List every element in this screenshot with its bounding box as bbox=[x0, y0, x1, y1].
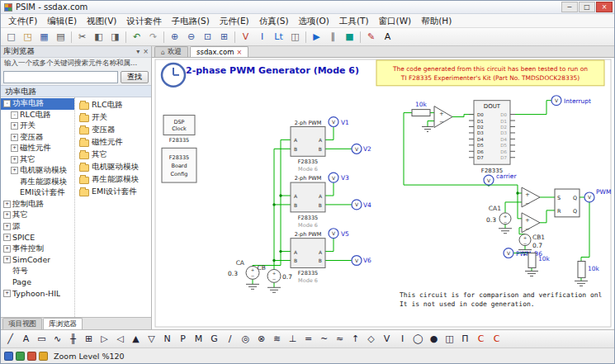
label-tool-icon[interactable]: A bbox=[18, 332, 34, 347]
library-folder-item[interactable]: 开关 bbox=[79, 111, 151, 124]
igbt-icon[interactable]: G bbox=[206, 332, 222, 347]
redo-icon[interactable]: ↷ bbox=[145, 30, 161, 44]
resistor-r3[interactable]: 10k bbox=[578, 262, 600, 278]
library-tree-item[interactable]: EMI设计套件 bbox=[1, 187, 74, 199]
simview-window-icon[interactable] bbox=[16, 352, 25, 361]
tab-close-icon[interactable]: × bbox=[236, 49, 242, 56]
ammeter-icon[interactable]: ● bbox=[426, 332, 442, 347]
schematic-canvas[interactable]: 2-phase PWM Generator (Mode 6) The code … bbox=[152, 58, 614, 329]
tree-expander-icon[interactable]: - bbox=[3, 100, 11, 107]
controlled-source-icon[interactable]: ◇ bbox=[363, 332, 379, 347]
menu-item[interactable]: 仿真(S) bbox=[254, 14, 294, 27]
library-tree-item[interactable]: + 电机驱动模块 bbox=[1, 165, 74, 177]
schematic-title[interactable]: 2-phase PWM Generator (Mode 6) bbox=[186, 65, 359, 76]
schematic-svg[interactable]: 2-phase PWM Generator (Mode 6) The code … bbox=[152, 58, 614, 329]
menu-item[interactable]: 子电路(S) bbox=[166, 14, 214, 27]
toolbar-separator[interactable] bbox=[234, 31, 235, 43]
stop-simulation-icon[interactable]: ■ bbox=[342, 30, 357, 44]
thyristor-icon[interactable]: ▲ bbox=[128, 332, 144, 347]
resistor-icon[interactable]: ▭ bbox=[34, 332, 50, 347]
ac-source-icon[interactable]: ~ bbox=[316, 332, 332, 347]
toolbar-separator[interactable] bbox=[305, 31, 306, 43]
script-window-icon[interactable] bbox=[39, 352, 48, 361]
note-box[interactable]: The code generated from this circuit has… bbox=[376, 60, 604, 86]
menu-item[interactable]: 窗口(W) bbox=[374, 14, 417, 27]
menu-item[interactable]: 设计套件 bbox=[121, 14, 166, 27]
library-category-header[interactable]: 功率电路 bbox=[1, 85, 151, 97]
source-ca[interactable]: + − CA 0.3 bbox=[228, 259, 259, 279]
probe-pwm-b6[interactable]: V PWM_B6 bbox=[504, 248, 542, 258]
voltmeter-icon[interactable]: ◯ bbox=[410, 332, 426, 347]
menu-item[interactable]: 工具(T) bbox=[334, 14, 374, 27]
dout-block[interactable]: DOUT D0 D1 D2 bbox=[469, 101, 515, 174]
doc-tab[interactable]: ssdax.com × bbox=[190, 46, 248, 57]
tree-expander-icon[interactable]: + bbox=[11, 156, 18, 163]
library-tree-item[interactable]: + SimCoder bbox=[1, 254, 74, 266]
c-script-block-icon[interactable]: C bbox=[473, 332, 489, 347]
copy-icon[interactable]: ◧ bbox=[91, 30, 106, 44]
library-folder-item[interactable]: EMI设计套件 bbox=[79, 186, 151, 198]
zoom-window-icon[interactable]: ⊡ bbox=[200, 30, 215, 44]
library-search-input[interactable] bbox=[3, 71, 118, 83]
library-folder-item[interactable]: 其它 bbox=[79, 149, 151, 161]
library-tree-item[interactable]: + 其它 bbox=[1, 210, 74, 221]
simview-icon[interactable]: Lt bbox=[271, 30, 286, 44]
library-tree-item[interactable]: + 源 bbox=[1, 221, 74, 233]
tree-expander-icon[interactable]: + bbox=[3, 245, 11, 253]
mosfet-icon[interactable]: M bbox=[191, 332, 206, 347]
probe-v1[interactable]: V V1 bbox=[329, 117, 349, 127]
search-button[interactable]: 查找 bbox=[121, 71, 149, 83]
library-tree-item[interactable]: + 磁性元件 bbox=[1, 143, 74, 154]
run-simulation-icon[interactable]: ▶ bbox=[309, 30, 324, 44]
library-tree-item[interactable]: + 控制电路 bbox=[1, 199, 74, 210]
wire-pencil-icon[interactable]: ✎ bbox=[363, 30, 379, 44]
menu-item[interactable]: 帮助(H) bbox=[416, 14, 457, 27]
pnp-transistor-icon[interactable]: P bbox=[175, 332, 191, 347]
current-probe-icon[interactable]: I bbox=[254, 30, 270, 44]
opamp-buffer[interactable]: + − bbox=[434, 106, 452, 128]
schematic-window-icon[interactable] bbox=[4, 352, 13, 361]
dc-source-icon[interactable]: = bbox=[300, 332, 316, 347]
menu-item[interactable]: 视图(V) bbox=[82, 14, 121, 27]
tree-expander-icon[interactable]: + bbox=[3, 201, 11, 208]
library-tree-item[interactable]: + 其它 bbox=[1, 154, 74, 166]
tree-expander-icon[interactable]: + bbox=[3, 256, 11, 263]
close-panel-icon[interactable]: × bbox=[143, 48, 149, 55]
sr-flipflop[interactable]: S R Q Q bbox=[555, 189, 580, 217]
library-folder-item[interactable]: 电机驱动模块 bbox=[79, 161, 151, 173]
current-source-icon[interactable]: ↑ bbox=[348, 332, 363, 347]
dsp-clock-block[interactable]: DSP Clock F28335 bbox=[163, 116, 195, 144]
menu-item[interactable]: 编辑(E) bbox=[42, 14, 82, 27]
tree-expander-icon[interactable]: + bbox=[3, 290, 11, 297]
library-tree-item[interactable]: 再生能源模块 bbox=[1, 177, 74, 188]
inductor-icon[interactable]: ∿ bbox=[50, 332, 65, 347]
board-config-block[interactable]: F28335 Board Config bbox=[162, 148, 196, 182]
minimize-button[interactable]: ─ bbox=[561, 2, 578, 12]
scope-icon[interactable]: ◫ bbox=[287, 30, 303, 44]
new-file-icon[interactable]: □ bbox=[3, 30, 19, 44]
source-ca1[interactable]: + − CA1 0.3 bbox=[486, 205, 511, 225]
ground-icon[interactable]: ⊥ bbox=[285, 332, 300, 347]
library-folder-item[interactable]: 再生能源模块 bbox=[79, 173, 151, 186]
toolbar-separator[interactable] bbox=[71, 31, 72, 43]
diode-icon[interactable]: ▷ bbox=[97, 332, 112, 347]
voltage-probe-icon[interactable]: V bbox=[379, 332, 395, 347]
source-cb[interactable]: + − CB 0.7 bbox=[258, 264, 293, 282]
toolbar-separator[interactable] bbox=[360, 31, 361, 43]
gating-block-icon[interactable]: Π bbox=[457, 332, 473, 347]
probe-v4[interactable]: V V4 bbox=[352, 200, 371, 210]
toolbar-separator[interactable] bbox=[125, 31, 126, 43]
gto-icon[interactable]: ▽ bbox=[144, 332, 159, 347]
clock-icon[interactable] bbox=[162, 64, 185, 87]
zoom-out-icon[interactable]: ⊖ bbox=[183, 30, 199, 44]
library-tree-item[interactable]: + SPICE bbox=[1, 232, 74, 243]
probe-v5[interactable]: V V5 bbox=[329, 229, 349, 239]
doc-tab[interactable]: ⌂ 欢迎 bbox=[154, 46, 188, 57]
undo-icon[interactable]: ↶ bbox=[129, 30, 144, 44]
library-tree-item[interactable]: Page bbox=[1, 277, 74, 288]
npn-transistor-icon[interactable]: N bbox=[159, 332, 175, 347]
menu-item[interactable]: 元件(E) bbox=[215, 14, 254, 27]
tree-expander-icon[interactable]: + bbox=[11, 122, 18, 130]
save-icon[interactable]: ▦ bbox=[36, 30, 52, 44]
voltage-probe-icon[interactable]: V bbox=[238, 30, 253, 44]
